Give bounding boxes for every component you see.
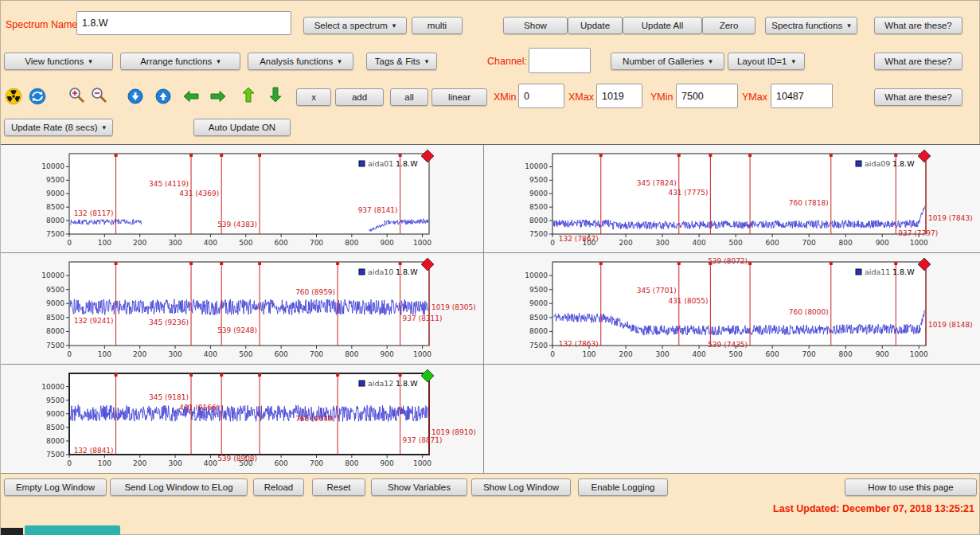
how-to-use-button[interactable]: How to use this page (845, 478, 977, 496)
svg-text:1000: 1000 (910, 239, 928, 247)
svg-text:760 (9049): 760 (9049) (295, 415, 335, 423)
charts-grid: 7500800085009000950010000010020030040050… (1, 144, 980, 473)
svg-text:9000: 9000 (529, 299, 548, 307)
spectrum-chart-aida01: 7500800085009000950010000010020030040050… (1, 145, 483, 252)
svg-text:300: 300 (168, 239, 182, 247)
show-button[interactable]: Show (503, 17, 568, 34)
svg-text:800: 800 (345, 459, 358, 467)
reset-button[interactable]: Reset (312, 478, 365, 496)
what-are-these-button-1[interactable]: What are these? (874, 17, 962, 34)
multi-button[interactable]: multi (412, 17, 463, 34)
spectra-viewer-page: Spectrum Name: Select a spectrum multi S… (0, 0, 980, 535)
svg-text:10000: 10000 (525, 162, 548, 170)
arrange-functions-dropdown[interactable]: Arrange functions (120, 53, 240, 70)
svg-text:345 (7701): 345 (7701) (637, 287, 677, 295)
svg-text:800: 800 (345, 350, 358, 358)
svg-text:700: 700 (310, 350, 323, 358)
spectrum-chart-aida10: 7500800085009000950010000010020030040050… (1, 253, 483, 364)
ymin-input[interactable] (676, 84, 738, 108)
svg-text:10000: 10000 (41, 271, 64, 279)
xmin-input[interactable] (518, 84, 564, 108)
number-of-galleries-dropdown[interactable]: Number of Galleries (611, 53, 724, 70)
zero-button[interactable]: Zero (702, 17, 755, 34)
svg-text:937 (8311): 937 (8311) (403, 314, 443, 322)
arrow-left-icon[interactable] (183, 90, 199, 103)
spectrum-name-label: Spectrum Name: (6, 19, 80, 30)
svg-text:aida10: aida10 (368, 268, 393, 276)
update-all-button[interactable]: Update All (623, 17, 702, 34)
svg-text:1019 (8305): 1019 (8305) (431, 303, 476, 311)
show-variables-button[interactable]: Show Variables (371, 478, 467, 496)
svg-text:132 (8117): 132 (8117) (74, 209, 114, 217)
svg-text:1.8.W: 1.8.W (396, 379, 418, 388)
svg-text:8000: 8000 (46, 327, 64, 335)
zoom-out-icon[interactable] (90, 86, 109, 105)
svg-text:431 (7775): 431 (7775) (668, 189, 708, 197)
spectra-functions-dropdown[interactable]: Spectra functions (765, 17, 857, 34)
show-log-window-button[interactable]: Show Log Window (471, 478, 571, 496)
analysis-functions-dropdown[interactable]: Analysis functions (248, 53, 353, 70)
svg-text:760 (8959): 760 (8959) (295, 288, 335, 296)
chart-panel-aida09[interactable]: 7500800085009000950010000010020030040050… (484, 145, 980, 253)
svg-text:200: 200 (133, 239, 146, 247)
svg-text:345 (4119): 345 (4119) (149, 180, 189, 188)
svg-text:700: 700 (310, 239, 323, 247)
what-are-these-button-2[interactable]: What are these? (874, 53, 962, 70)
layout-id-dropdown[interactable]: Layout ID=1 (728, 53, 805, 70)
ymin-label: YMin (650, 92, 673, 103)
xmax-label: XMax (568, 92, 594, 103)
select-spectrum-dropdown[interactable]: Select a spectrum (303, 17, 407, 34)
update-rate-dropdown[interactable]: Update Rate (8 secs) (4, 119, 113, 136)
spectrum-chart-aida11: 7500800085009000950010000010020030040050… (484, 253, 980, 364)
linear-button[interactable]: linear (431, 88, 487, 106)
enable-logging-button[interactable]: Enable Logging (578, 478, 668, 496)
view-functions-dropdown[interactable]: View functions (4, 53, 113, 70)
svg-text:700: 700 (802, 350, 816, 358)
svg-text:0: 0 (550, 350, 555, 358)
xmax-input[interactable] (596, 84, 642, 108)
blue-circle-down-icon[interactable] (127, 88, 143, 104)
all-button[interactable]: all (390, 88, 428, 106)
svg-text:900: 900 (381, 239, 394, 247)
svg-text:8500: 8500 (46, 203, 64, 211)
last-updated-text: Last Updated: December 07, 2018 13:25:21 (773, 503, 974, 514)
svg-text:431 (9166): 431 (9166) (179, 404, 219, 412)
reload-button[interactable]: Reload (253, 478, 304, 496)
chart-panel-aida12[interactable]: 7500800085009000950010000010020030040050… (1, 365, 484, 474)
send-log-to-elog-button[interactable]: Send Log Window to ELog (110, 478, 248, 496)
zoom-in-icon[interactable] (68, 86, 87, 105)
update-button[interactable]: Update (568, 17, 623, 34)
sync-globe-icon[interactable] (29, 88, 46, 105)
channel-input[interactable] (529, 48, 591, 73)
svg-text:800: 800 (839, 239, 853, 247)
svg-text:200: 200 (133, 350, 146, 358)
arrow-up-icon[interactable] (242, 87, 255, 103)
svg-text:8000: 8000 (529, 217, 548, 225)
add-button[interactable]: add (335, 88, 384, 106)
svg-text:132 (7867): 132 (7867) (559, 235, 599, 243)
bottom-teal-bar[interactable] (25, 525, 120, 535)
x-button[interactable]: x (296, 88, 331, 106)
svg-text:7500: 7500 (46, 342, 64, 350)
radiation-icon[interactable] (5, 88, 22, 105)
svg-text:8500: 8500 (46, 424, 64, 432)
chart-panel-aida10[interactable]: 7500800085009000950010000010020030040050… (1, 253, 484, 365)
spectrum-name-input[interactable] (76, 11, 291, 35)
svg-text:800: 800 (345, 239, 358, 247)
tags-fits-dropdown[interactable]: Tags & Fits (366, 53, 437, 70)
arrow-right-icon[interactable] (210, 90, 226, 103)
blue-circle-up-icon[interactable] (155, 88, 171, 104)
arrow-down-icon[interactable] (269, 87, 282, 103)
svg-text:300: 300 (655, 239, 669, 247)
auto-update-button[interactable]: Auto Update ON (193, 119, 291, 136)
empty-log-window-button[interactable]: Empty Log Window (4, 478, 107, 496)
svg-text:600: 600 (275, 350, 288, 358)
svg-text:600: 600 (275, 459, 288, 467)
ymax-input[interactable] (771, 84, 833, 108)
svg-text:400: 400 (693, 239, 706, 247)
svg-text:9500: 9500 (46, 176, 64, 184)
svg-text:9000: 9000 (46, 189, 64, 197)
chart-panel-aida01[interactable]: 7500800085009000950010000010020030040050… (1, 145, 484, 253)
what-are-these-button-3[interactable]: What are these? (874, 88, 962, 106)
chart-panel-aida11[interactable]: 7500800085009000950010000010020030040050… (484, 253, 980, 365)
